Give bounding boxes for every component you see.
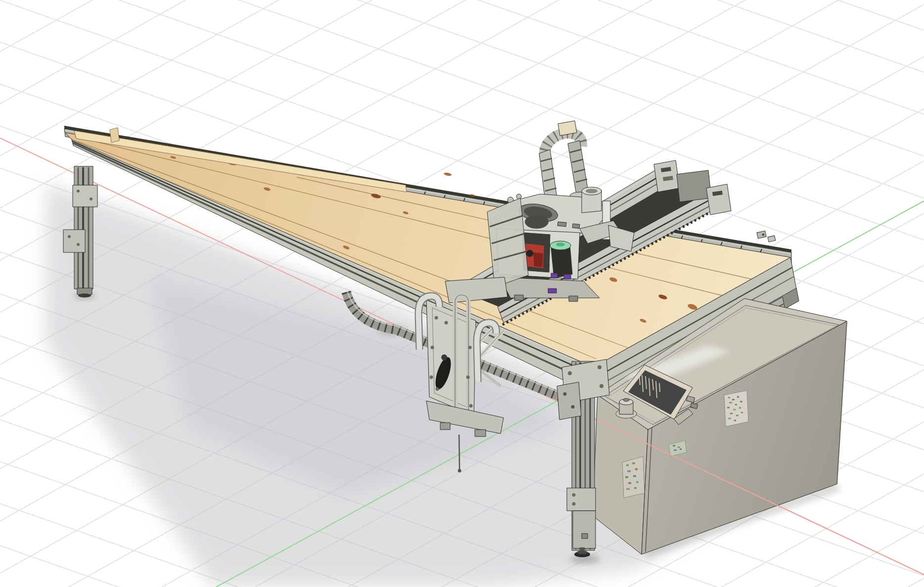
stepper-motor bbox=[550, 241, 572, 279]
viewport-canvas[interactable] bbox=[0, 0, 924, 587]
hold-down-clamps[interactable] bbox=[757, 231, 776, 242]
sticker-side bbox=[622, 456, 645, 498]
sticker-standing bbox=[724, 391, 748, 427]
cad-viewport[interactable] bbox=[0, 0, 924, 587]
